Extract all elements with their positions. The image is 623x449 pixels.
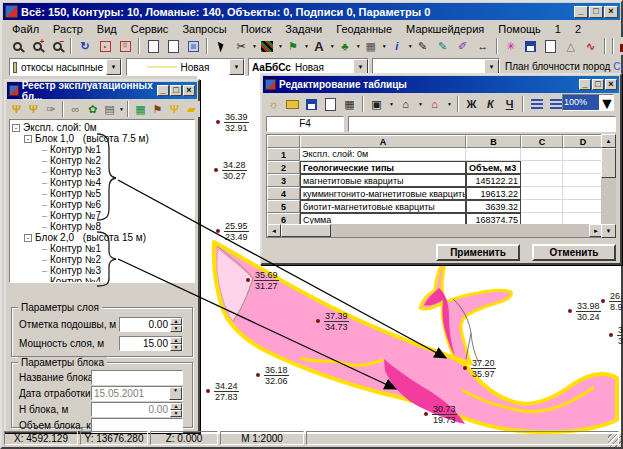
shape-red-dropdown[interactable]: ▼ [445, 96, 454, 112]
scroll-thumb[interactable] [281, 224, 331, 237]
table-row[interactable]: 4 куммингтонито-магнетитовые кварциты 19… [267, 187, 603, 200]
cell-c[interactable] [521, 174, 563, 187]
formula-bar[interactable] [348, 116, 616, 132]
underline-button[interactable]: Ч [500, 95, 519, 113]
cell-a[interactable]: магнетитовые кварциты [300, 174, 466, 187]
table-green-icon[interactable]: ▦ [132, 101, 149, 117]
horizontal-scrollbar[interactable]: ◄ ► [267, 224, 603, 237]
printer-dropdown[interactable]: ▼ [119, 101, 124, 117]
zoom-combo-arrow[interactable]: ▼ [599, 95, 613, 110]
registry-window[interactable]: Реестр эксплуатационных бл... _ □ × Ψ Ψ … [4, 79, 200, 433]
glasses-icon[interactable]: ∞ [67, 101, 84, 117]
scroll-up-icon[interactable]: ▲ [601, 134, 616, 148]
cell-d[interactable] [563, 200, 603, 213]
cell-d[interactable] [563, 187, 603, 200]
cell-d[interactable] [563, 148, 603, 161]
spin-up-icon[interactable]: ▲ [170, 403, 182, 410]
table-editor-window[interactable]: Редактирование таблицы _ □ × ☼ ▦ ▣▼ ⌂▼ ⌂… [260, 73, 622, 265]
cell-a[interactable]: Геологические типы [300, 161, 466, 174]
spin-down-icon[interactable]: ▼ [170, 410, 182, 417]
table-titlebar[interactable]: Редактирование таблицы _ □ × [263, 76, 619, 93]
shovel-icon[interactable]: ▰ [183, 101, 200, 117]
mining-date-combo[interactable]: 15.05.2001 ▼ [91, 386, 183, 401]
block-h-input[interactable]: 0.00 ▲▼ [91, 402, 183, 417]
wreath-icon[interactable]: ✿ [84, 101, 101, 117]
tree-contour[interactable]: –Контур №6 [12, 199, 194, 210]
row-header[interactable]: 1 [267, 148, 300, 161]
registry-minimize-button[interactable]: _ [157, 85, 169, 96]
cell-b[interactable]: Объем, м3 [466, 161, 521, 174]
new-table-icon[interactable]: ☼ [264, 95, 283, 113]
align-left-icon[interactable] [527, 95, 546, 113]
cell-a[interactable]: куммингтонито-магнетитовые кварциты [300, 187, 466, 200]
brush-icon[interactable]: ✑ [42, 101, 59, 117]
column-header[interactable]: D [563, 135, 603, 148]
bottom-mark-input[interactable]: 0.00 ▲▼ [119, 317, 183, 332]
tree-contour[interactable]: –Контур №5 [12, 188, 194, 199]
tree-contour[interactable]: –Контур №1 [12, 243, 194, 254]
tree-contour[interactable]: –Контур №3 [12, 265, 194, 276]
cell-b[interactable] [466, 148, 521, 161]
table-row[interactable]: 5 биотит-магнетитовые кварциты 3639.32 [267, 200, 603, 213]
scroll-thumb[interactable] [601, 148, 616, 178]
contour-create-icon[interactable]: Ψ [8, 101, 25, 117]
italic-button[interactable]: К [481, 95, 500, 113]
spin-up-icon[interactable]: ▲ [170, 337, 182, 344]
border-frame-dropdown[interactable]: ▼ [387, 96, 396, 112]
shape-icon[interactable]: ⌂ [396, 95, 415, 113]
tree-root[interactable]: -Экспл. слой: 0м [12, 122, 194, 133]
table-row[interactable]: 1 Экспл. слой: 0м [267, 148, 603, 161]
row-header[interactable]: 2 [267, 161, 300, 174]
vertical-scrollbar[interactable]: ▲ ▼ [601, 134, 616, 238]
tree-contour[interactable]: –Контур №4 [12, 177, 194, 188]
spin-up-icon[interactable]: ▲ [170, 318, 182, 325]
table-row[interactable]: 3 магнетитовые кварциты 145122.21 [267, 174, 603, 187]
tree-contour[interactable]: –Контур №3 [12, 166, 194, 177]
cell-c[interactable] [521, 161, 563, 174]
zoom-combo[interactable]: 100% ▼ [562, 94, 614, 111]
corner-header[interactable] [267, 135, 300, 148]
scroll-down-icon[interactable]: ▼ [601, 224, 616, 238]
registry-titlebar[interactable]: Реестр эксплуатационных бл... _ □ × [7, 82, 197, 99]
cell-b[interactable]: 145122.21 [466, 174, 521, 187]
cell-a[interactable]: Экспл. слой: 0м [300, 148, 466, 161]
table-minimize-button[interactable]: _ [579, 79, 591, 90]
apply-button[interactable]: Применить [436, 244, 520, 261]
printer-icon[interactable]: ▤ [101, 101, 118, 117]
cell-b[interactable]: 3639.32 [466, 200, 521, 213]
tree-contour[interactable]: –Контур №2 [12, 254, 194, 265]
spin-down-icon[interactable]: ▼ [170, 344, 182, 351]
shape-red-icon[interactable]: ⌂ [425, 95, 444, 113]
contour-edit-icon[interactable]: Ψ [25, 101, 42, 117]
registry-close-button[interactable]: × [183, 85, 195, 96]
cell-d[interactable] [563, 161, 603, 174]
tree-contour[interactable]: –Контур №4 [12, 276, 194, 283]
collapse-icon[interactable]: - [12, 124, 20, 132]
row-header[interactable]: 3 [267, 174, 300, 187]
cell-c[interactable] [521, 148, 563, 161]
hammer-icon[interactable]: ⚑ [149, 101, 166, 117]
column-header[interactable]: B [466, 135, 521, 148]
row-header[interactable]: 4 [267, 187, 300, 200]
scroll-left-icon[interactable]: ◄ [267, 224, 281, 237]
spin-down-icon[interactable]: ▼ [170, 325, 182, 332]
tree-contour[interactable]: –Контур №7 [12, 210, 194, 221]
cancel-button[interactable]: Отменить [532, 244, 616, 261]
table-close-button[interactable]: × [605, 79, 617, 90]
shape-dropdown[interactable]: ▼ [416, 96, 425, 112]
collapse-icon[interactable]: - [24, 234, 32, 242]
bold-button[interactable]: Ж [462, 95, 481, 113]
border-frame-icon[interactable]: ▣ [367, 95, 386, 113]
registry-tree[interactable]: -Экспл. слой: 0м -Блок 1,0 (высота 7.5 м… [9, 119, 195, 283]
column-header[interactable]: C [521, 135, 563, 148]
block-name-input[interactable] [91, 370, 183, 385]
table-maximize-button[interactable]: □ [592, 79, 604, 90]
cell-c[interactable] [521, 200, 563, 213]
table-row[interactable]: 2 Геологические типы Объем, м3 [267, 161, 603, 174]
collapse-icon[interactable]: - [24, 135, 32, 143]
column-header[interactable]: A [300, 135, 466, 148]
open-icon[interactable] [283, 95, 302, 113]
save-icon[interactable] [302, 95, 321, 113]
thickness-input[interactable]: 15.00 ▲▼ [119, 336, 183, 351]
spreadsheet-grid[interactable]: A B C D 1 Экспл. слой: 0м 2 Геологически… [266, 134, 604, 238]
